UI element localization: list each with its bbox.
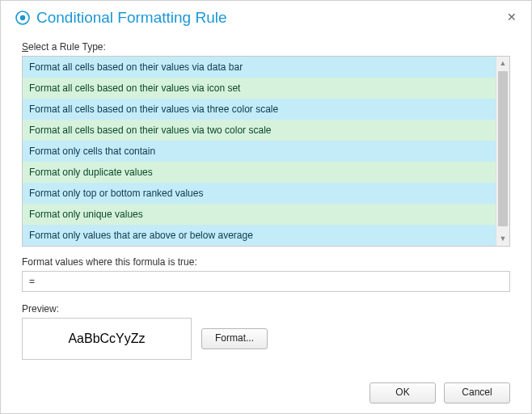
scroll-thumb[interactable] xyxy=(498,71,508,226)
dialog-footer: OK Cancel xyxy=(1,376,531,414)
dialog-title: Conditional Formatting Rule xyxy=(36,9,504,27)
titlebar: Conditional Formatting Rule ✕ xyxy=(1,1,531,30)
app-icon xyxy=(15,11,30,25)
rule-type-option[interactable]: Format only top or bottom ranked values xyxy=(23,183,496,204)
rule-type-option[interactable]: Format only unique values xyxy=(23,204,496,225)
content-area: Select a Rule Type: Format all cells bas… xyxy=(1,30,531,376)
rule-type-option[interactable]: Format only values that are above or bel… xyxy=(23,225,496,246)
scroll-up-icon[interactable]: ▲ xyxy=(496,57,509,70)
rule-type-option[interactable]: Format all cells based on their values v… xyxy=(23,57,496,78)
ok-button[interactable]: OK xyxy=(369,382,436,403)
rule-type-option[interactable]: Format all cells based on their values v… xyxy=(23,120,496,141)
svg-point-1 xyxy=(20,15,25,20)
scrollbar[interactable]: ▲ ▼ xyxy=(496,57,509,246)
preview-sample: AaBbCcYyZz xyxy=(22,318,192,360)
rule-type-option[interactable]: Format only cells that contain xyxy=(23,141,496,162)
formula-input[interactable]: = xyxy=(22,271,510,292)
close-icon[interactable]: ✕ xyxy=(504,10,520,26)
preview-row: AaBbCcYyZz Format... xyxy=(22,318,510,360)
conditional-formatting-dialog: Conditional Formatting Rule ✕ Select a R… xyxy=(0,0,532,414)
scroll-down-icon[interactable]: ▼ xyxy=(496,232,509,246)
formula-label: Format values where this formula is true… xyxy=(22,256,510,268)
rule-type-listbox: Format all cells based on their values v… xyxy=(22,56,510,247)
rule-type-label: Select a Rule Type: xyxy=(22,41,510,53)
format-button[interactable]: Format... xyxy=(201,328,268,349)
rule-type-option[interactable]: Format only duplicate values xyxy=(23,162,496,183)
preview-label: Preview: xyxy=(22,303,510,315)
cancel-button[interactable]: Cancel xyxy=(444,382,510,403)
rule-type-option[interactable]: Format all cells based on their values v… xyxy=(23,99,496,120)
rule-type-list[interactable]: Format all cells based on their values v… xyxy=(23,57,496,246)
rule-type-option[interactable]: Format all cells based on their values v… xyxy=(23,78,496,99)
